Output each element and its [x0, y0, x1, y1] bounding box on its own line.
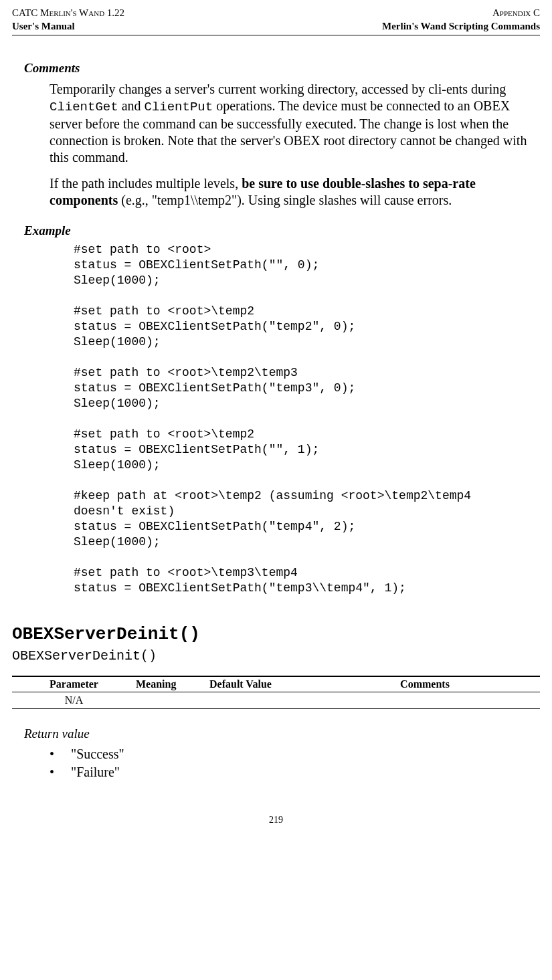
comments-paragraph-1: Temporarily changes a server's current w… — [50, 81, 535, 166]
td-comments — [310, 694, 540, 706]
th-parameter: Parameter — [12, 678, 136, 690]
comments-p2-b: (e.g., "temp1\\temp2"). Using single sla… — [118, 193, 452, 207]
td-default — [209, 694, 310, 706]
list-item-text: "Success" — [71, 747, 124, 761]
header-right-bottom: Merlin's Wand Scripting Commands — [382, 20, 540, 33]
list-item: "Failure" — [50, 763, 540, 781]
td-meaning — [136, 694, 209, 706]
comments-p1-code1: ClientGet — [50, 100, 118, 114]
comments-p2-a: If the path includes multiple levels, — [50, 176, 242, 191]
comments-p1-code2: ClientPut — [145, 100, 213, 114]
return-value-list: "Success" "Failure" — [50, 745, 540, 781]
header-row-2: User's Manual Merlin's Wand Scripting Co… — [12, 20, 540, 33]
list-item-text: "Failure" — [71, 765, 120, 779]
parameter-table: Parameter Meaning Default Value Comments… — [12, 676, 540, 709]
header-left-top: CATC Merlin's Wand 1.22 — [12, 7, 124, 20]
page: CATC Merlin's Wand 1.22 Appendix C User'… — [0, 0, 552, 852]
table-row: N/A — [12, 692, 540, 709]
example-label: Example — [24, 223, 540, 238]
page-number: 219 — [12, 815, 540, 825]
list-item: "Success" — [50, 745, 540, 763]
header-row-1: CATC Merlin's Wand 1.22 Appendix C — [12, 7, 540, 20]
th-comments: Comments — [310, 678, 540, 690]
comments-label: Comments — [24, 61, 540, 76]
function-heading: OBEXServerDeinit() — [12, 624, 540, 644]
comments-p1-a: Temporarily changes a server's current w… — [50, 82, 506, 96]
th-meaning: Meaning — [136, 678, 209, 690]
function-signature: OBEXServerDeinit() — [12, 648, 540, 664]
comments-p1-b: and — [118, 98, 145, 113]
header-left-bottom: User's Manual — [12, 20, 75, 33]
header-rule — [12, 35, 540, 35]
table-header-row: Parameter Meaning Default Value Comments — [12, 676, 540, 692]
th-default: Default Value — [209, 678, 310, 690]
example-code: #set path to <root> status = OBEXClientS… — [74, 242, 540, 597]
return-value-label: Return value — [24, 726, 540, 741]
header-right-top: Appendix C — [492, 7, 540, 20]
comments-paragraph-2: If the path includes multiple levels, be… — [50, 175, 535, 209]
td-parameter: N/A — [12, 694, 136, 706]
